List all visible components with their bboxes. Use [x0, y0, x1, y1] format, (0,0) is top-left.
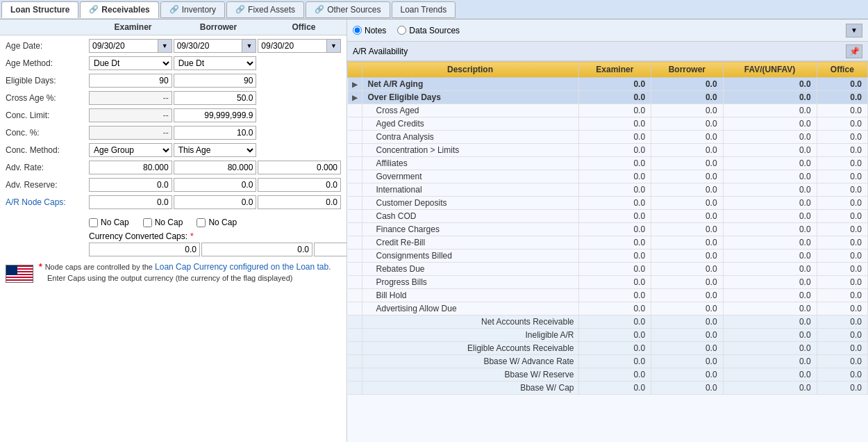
row-examiner: 0.0: [578, 170, 651, 183]
age-date-borrower-input[interactable]: [174, 40, 242, 51]
row-fav: 0.0: [723, 104, 817, 117]
row-borrower: 0.0: [651, 157, 724, 170]
age-date-borrower-btn[interactable]: ▼: [242, 40, 256, 52]
cross-age-borrower-input[interactable]: [174, 91, 257, 105]
no-cap-office-item[interactable]: No Cap: [197, 218, 237, 227]
tab-loan-structure[interactable]: Loan Structure: [1, 1, 78, 18]
table-row: Contra Analysis 0.0 0.0 0.0 0.0: [348, 131, 868, 144]
conc-method-examiner-select[interactable]: Age Group This Age All Ages: [90, 145, 172, 156]
row-borrower: 0.0: [651, 117, 724, 131]
adv-reserve-borrower-input[interactable]: [174, 178, 257, 192]
row-fav: 0.0: [723, 197, 817, 210]
row-examiner: 0.0: [578, 223, 651, 236]
tab-receivables[interactable]: 🔗 Receivables: [80, 1, 158, 18]
age-method-inputs: Due Dt Invoice Dt Ship Dt Due Dt Invoice…: [89, 56, 341, 70]
notes-radio[interactable]: [353, 26, 362, 35]
data-sources-radio[interactable]: [397, 26, 406, 35]
conc-method-examiner-wrap[interactable]: Age Group This Age All Ages: [89, 143, 172, 157]
no-cap-borrower-item[interactable]: No Cap: [143, 218, 183, 227]
normal-arrow-cell: [348, 104, 362, 117]
note-text-2: Enter Caps using the output currency (th…: [47, 274, 331, 282]
table-container[interactable]: Description Examiner Borrower FAV/(UNFAV…: [347, 61, 868, 442]
office-col-header: Office: [261, 22, 347, 32]
age-method-examiner-select[interactable]: Due Dt Invoice Dt Ship Dt: [90, 58, 172, 69]
conc-limit-inputs: [89, 108, 341, 122]
eligible-days-examiner-input[interactable]: [89, 74, 172, 88]
age-date-row: Age Date: ▼ ▼: [6, 38, 341, 54]
adv-reserve-office-input[interactable]: [258, 178, 341, 192]
row-description: Credit Re-Bill: [362, 236, 578, 249]
currency-examiner-input[interactable]: [89, 243, 200, 256]
currency-borrower-input[interactable]: [201, 243, 312, 256]
conc-pct-borrower-input[interactable]: [174, 126, 257, 140]
row-office: 0.0: [817, 170, 867, 183]
row-fav: 0.0: [723, 78, 817, 91]
normal-arrow-cell: [348, 236, 362, 249]
table-row: Bbase W/ Reserve 0.0 0.0 0.0 0.0: [348, 368, 868, 382]
other-sources-icon: 🔗: [315, 5, 324, 14]
notes-dropdown-button[interactable]: ▼: [846, 24, 862, 38]
table-row: Credit Re-Bill 0.0 0.0 0.0 0.0: [348, 236, 868, 249]
conc-limit-borrower-input[interactable]: [174, 108, 257, 122]
age-date-office-wrap[interactable]: ▼: [258, 39, 341, 53]
no-cap-examiner-checkbox[interactable]: [89, 218, 98, 227]
currency-inputs: [89, 243, 341, 256]
row-examiner: 0.0: [578, 183, 651, 197]
tab-fixed-assets[interactable]: 🔗 Fixed Assets: [226, 1, 304, 18]
tab-inventory-label: Inventory: [182, 5, 216, 15]
no-cap-borrower-checkbox[interactable]: [143, 218, 152, 227]
adv-rate-examiner-input[interactable]: [89, 161, 172, 174]
row-examiner: 0.0: [578, 276, 651, 289]
row-description: Bill Hold: [362, 289, 578, 302]
table-row: Eligible Accounts Receivable 0.0 0.0 0.0…: [348, 342, 868, 355]
ar-node-caps-office-input[interactable]: [258, 195, 341, 209]
ar-node-caps-examiner-input[interactable]: [89, 195, 172, 209]
ar-node-caps-borrower-input[interactable]: [174, 195, 257, 209]
cross-age-borrower-cell: [174, 91, 257, 105]
row-examiner: 0.0: [578, 91, 651, 104]
data-sources-radio-item[interactable]: Data Sources: [397, 26, 460, 35]
table-row: Cash COD 0.0 0.0 0.0 0.0: [348, 210, 868, 223]
eligible-days-borrower-input[interactable]: [174, 74, 257, 88]
age-date-examiner-wrap[interactable]: ▼: [89, 39, 172, 53]
row-fav: 0.0: [723, 263, 817, 276]
conc-limit-borrower-cell: [174, 108, 257, 122]
no-cap-office-checkbox[interactable]: [197, 218, 206, 227]
no-cap-examiner-item[interactable]: No Cap: [89, 218, 129, 227]
row-borrower: 0.0: [651, 316, 724, 329]
tab-inventory[interactable]: 🔗 Inventory: [160, 1, 225, 18]
tab-other-sources[interactable]: 🔗 Other Sources: [306, 1, 390, 18]
currency-office-input[interactable]: [314, 243, 347, 256]
adv-reserve-examiner-input[interactable]: [89, 178, 172, 192]
eligible-days-label: Eligible Days:: [6, 76, 89, 85]
row-office: 0.0: [817, 131, 867, 144]
tab-bar: Loan Structure 🔗 Receivables 🔗 Inventory…: [0, 0, 868, 19]
age-method-examiner-wrap[interactable]: Due Dt Invoice Dt Ship Dt: [89, 56, 172, 70]
age-method-borrower-select[interactable]: Due Dt Invoice Dt Ship Dt: [174, 58, 256, 69]
row-borrower: 0.0: [651, 249, 724, 263]
age-date-office-btn[interactable]: ▼: [326, 40, 340, 52]
conc-method-examiner-cell: Age Group This Age All Ages: [89, 143, 172, 157]
adv-rate-office-input[interactable]: [258, 161, 341, 174]
tab-loan-trends[interactable]: Loan Trends: [392, 1, 456, 18]
row-examiner: 0.0: [578, 78, 651, 91]
ar-node-caps-row: A/R Node Caps:: [6, 195, 341, 210]
no-cap-borrower-label: No Cap: [155, 218, 183, 227]
age-method-borrower-wrap[interactable]: Due Dt Invoice Dt Ship Dt: [174, 56, 257, 70]
notes-radio-item[interactable]: Notes: [353, 26, 386, 35]
conc-method-borrower-select[interactable]: Age Group This Age All Ages: [174, 145, 256, 156]
row-borrower: 0.0: [651, 329, 724, 342]
age-date-borrower-wrap[interactable]: ▼: [174, 39, 257, 53]
ar-pin-button[interactable]: 📌: [846, 44, 862, 58]
conc-method-borrower-wrap[interactable]: Age Group This Age All Ages: [174, 143, 257, 157]
age-date-examiner-input[interactable]: [90, 40, 158, 51]
age-date-examiner-btn[interactable]: ▼: [158, 40, 172, 52]
row-examiner: 0.0: [578, 316, 651, 329]
adv-rate-borrower-input[interactable]: [174, 161, 257, 174]
loan-cap-link[interactable]: Loan Cap Currency configured on the Loan…: [155, 262, 331, 272]
expand-arrow[interactable]: ▶: [348, 91, 362, 104]
row-borrower: 0.0: [651, 276, 724, 289]
main-content: Examiner Borrower Office Age Date: ▼: [0, 19, 868, 442]
age-date-office-input[interactable]: [258, 40, 326, 51]
expand-arrow[interactable]: ▶: [348, 78, 362, 91]
